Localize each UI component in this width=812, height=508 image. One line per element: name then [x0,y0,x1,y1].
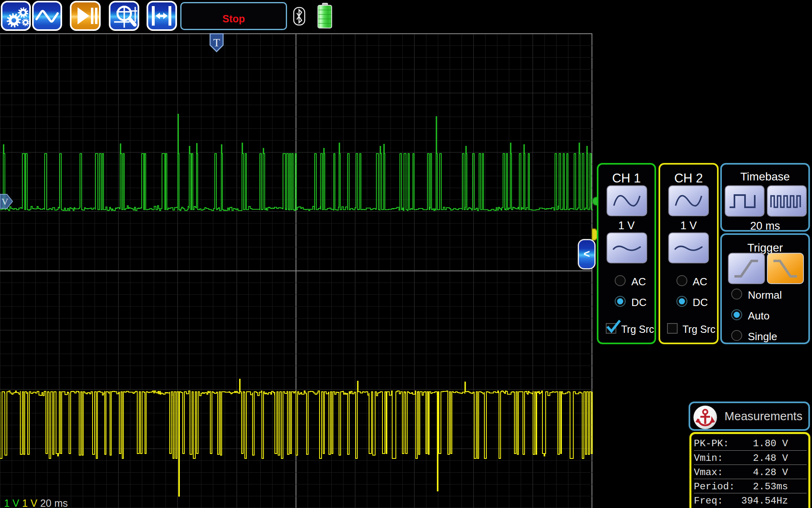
svg-text:V: V [2,197,9,207]
svg-text:T: T [213,37,220,49]
